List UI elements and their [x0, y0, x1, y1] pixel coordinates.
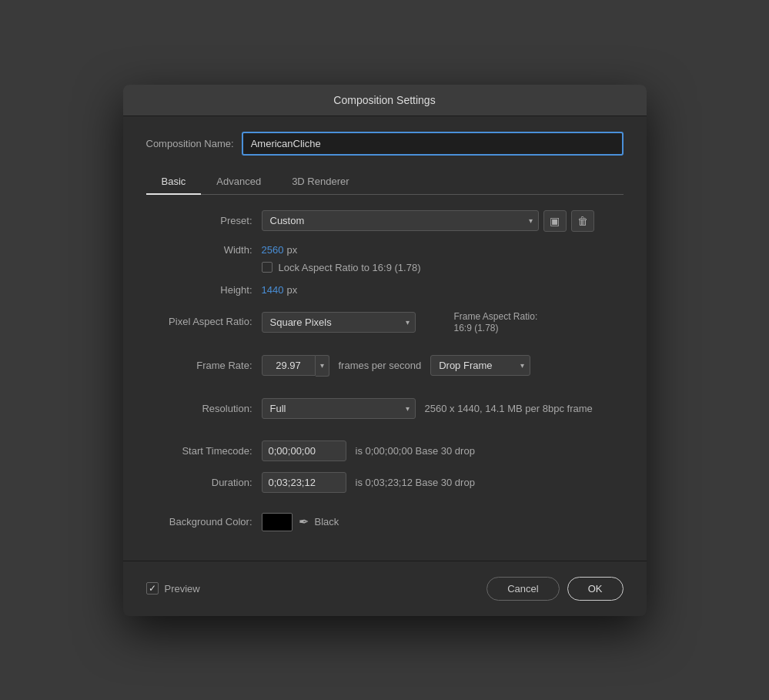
tab-advanced[interactable]: Advanced [201, 169, 276, 195]
width-row: Width: 2560 px [154, 244, 616, 256]
preset-row: Preset: Custom HDTV 1080 29.97 HDTV 1080… [154, 210, 616, 232]
par-select-wrapper: Square Pixels D1/DV NTSC (0.91) D1/DV PA… [262, 312, 416, 333]
frame-aspect-ratio-value: 16:9 (1.78) [454, 323, 499, 333]
dialog-content: Composition Name: Basic Advanced 3D Rend… [123, 116, 647, 553]
preset-select[interactable]: Custom HDTV 1080 29.97 HDTV 1080 25 NTSC… [262, 210, 539, 231]
frame-rate-dropdown-button[interactable]: ▾ [316, 355, 329, 377]
preview-row: ✓ Preview [146, 582, 200, 594]
background-color-row: Background Color: ✒ Black [154, 513, 616, 531]
button-group: Cancel OK [486, 577, 623, 601]
lock-aspect-checkbox[interactable] [262, 262, 272, 273]
delete-icon: 🗑 [577, 215, 588, 227]
resolution-select[interactable]: Full Half Third Quarter Custom [262, 398, 416, 419]
frame-rate-row: Frame Rate: ▾ frames per second Drop Fra… [154, 355, 616, 377]
lock-aspect-label: Lock Aspect Ratio to 16:9 (1.78) [279, 262, 421, 273]
width-unit: px [286, 244, 297, 256]
resolution-label: Resolution: [154, 403, 262, 414]
comp-name-label: Composition Name: [146, 138, 234, 149]
frame-rate-chevron-icon: ▾ [320, 361, 324, 370]
frame-rate-input[interactable] [262, 355, 316, 376]
preview-checkbox[interactable]: ✓ [146, 582, 159, 594]
duration-row: Duration: is 0;03;23;12 Base 30 drop [154, 472, 616, 493]
preview-checkmark-icon: ✓ [149, 583, 156, 594]
tab-3d-renderer[interactable]: 3D Renderer [276, 169, 364, 195]
drop-frame-select[interactable]: Drop Frame Non-Drop Frame [430, 355, 530, 376]
comp-name-input[interactable] [242, 132, 624, 156]
dialog-title-bar: Composition Settings [123, 85, 647, 116]
resolution-info: 2560 x 1440, 14.1 MB per 8bpc frame [425, 403, 593, 414]
frame-aspect-ratio-section: Frame Aspect Ratio: 16:9 (1.78) [454, 311, 538, 333]
preset-select-wrapper: Custom HDTV 1080 29.97 HDTV 1080 25 NTSC… [262, 210, 539, 231]
frame-rate-label: Frame Rate: [154, 360, 262, 371]
pixel-aspect-ratio-select[interactable]: Square Pixels D1/DV NTSC (0.91) D1/DV PA… [262, 312, 416, 333]
width-label: Width: [154, 244, 262, 256]
background-color-swatch[interactable] [262, 513, 293, 531]
start-timecode-row: Start Timecode: is 0;00;00;00 Base 30 dr… [154, 440, 616, 461]
drop-frame-select-wrapper: Drop Frame Non-Drop Frame ▾ [430, 355, 530, 376]
lock-aspect-row: Lock Aspect Ratio to 16:9 (1.78) [154, 262, 616, 273]
composition-settings-dialog: Composition Settings Composition Name: B… [123, 85, 647, 616]
height-unit: px [286, 284, 297, 296]
eyedropper-icon[interactable]: ✒ [299, 514, 309, 529]
ok-button[interactable]: OK [567, 577, 624, 601]
pixel-aspect-ratio-label: Pixel Aspect Ratio: [154, 311, 262, 327]
dialog-title: Composition Settings [333, 94, 435, 106]
dialog-footer: ✓ Preview Cancel OK [123, 561, 647, 616]
fps-label: frames per second [339, 360, 422, 371]
duration-info: is 0;03;23;12 Base 30 drop [356, 477, 475, 488]
delete-preset-button[interactable]: 🗑 [571, 210, 594, 232]
pixel-aspect-ratio-row: Pixel Aspect Ratio: Square Pixels D1/DV … [154, 311, 616, 333]
start-timecode-info: is 0;00;00;00 Base 30 drop [356, 445, 475, 457]
resolution-row: Resolution: Full Half Third Quarter Cust… [154, 398, 616, 419]
resolution-select-wrapper: Full Half Third Quarter Custom ▾ [262, 398, 416, 419]
frame-aspect-ratio-label: Frame Aspect Ratio: [454, 311, 538, 322]
background-color-name: Black [315, 516, 339, 528]
tabs-bar: Basic Advanced 3D Renderer [146, 169, 624, 195]
start-timecode-label: Start Timecode: [154, 445, 262, 457]
tab-basic[interactable]: Basic [146, 169, 202, 195]
save-icon: ▣ [550, 215, 560, 227]
duration-input[interactable] [262, 472, 346, 493]
duration-label: Duration: [154, 477, 262, 488]
start-timecode-input[interactable] [262, 440, 346, 461]
width-value[interactable]: 2560 [262, 244, 284, 256]
height-row: Height: 1440 px [154, 284, 616, 296]
background-color-label: Background Color: [154, 516, 262, 528]
save-preset-button[interactable]: ▣ [543, 210, 567, 232]
height-label: Height: [154, 284, 262, 296]
preset-label: Preset: [154, 215, 262, 226]
preview-label: Preview [165, 583, 200, 594]
height-value[interactable]: 1440 [262, 284, 284, 296]
par-far-wrapper: Square Pixels D1/DV NTSC (0.91) D1/DV PA… [262, 311, 538, 333]
basic-tab-content: Preset: Custom HDTV 1080 29.97 HDTV 1080… [146, 210, 624, 531]
cancel-button[interactable]: Cancel [486, 577, 559, 601]
comp-name-row: Composition Name: [146, 132, 624, 156]
